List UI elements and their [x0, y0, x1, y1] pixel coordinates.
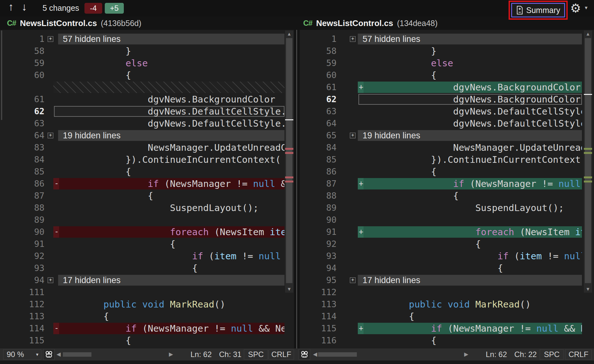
code-line-row[interactable]: 91 {: [0, 238, 284, 250]
line-number: 91: [300, 226, 337, 238]
code-line-row[interactable]: 92 if (item != null &&: [0, 250, 284, 262]
left-pane-rows[interactable]: 1+57 hidden lines58 }59 else60 {61 dgvNe…: [0, 33, 284, 348]
expand-region-icon[interactable]: +: [48, 36, 53, 42]
code-line-row[interactable]: 84 NewsManager.UpdateUnreadCo: [300, 142, 582, 154]
hidden-lines-row[interactable]: 1+57 hidden lines: [300, 33, 582, 45]
code-line-row[interactable]: 62 dgvNews.BackgroundColor =: [300, 93, 582, 105]
code-line-row[interactable]: 93 if (item != null &&: [300, 250, 582, 262]
line-ending-button[interactable]: CRLF: [269, 349, 294, 360]
line-ending-button[interactable]: CRLF: [565, 349, 592, 360]
code-line-row[interactable]: 61 dgvNews.BackgroundColor: [0, 93, 284, 105]
hscroll-left-icon[interactable]: ◀: [57, 351, 61, 358]
code-line-row[interactable]: 111: [0, 286, 284, 298]
hidden-lines-bar[interactable]: 19 hidden lines: [58, 130, 284, 141]
hidden-lines-row[interactable]: 65+19 hidden lines: [300, 129, 582, 142]
hidden-lines-row[interactable]: 1+57 hidden lines: [0, 33, 284, 45]
right-file-name: NewsListControl.cs: [316, 18, 393, 28]
code-line-text: {: [364, 166, 437, 178]
deleted-line-row[interactable]: 90- foreach (NewsItem item in: [0, 226, 284, 238]
code-line-row[interactable]: 112 public void MarkRead(): [0, 298, 284, 310]
previous-change-icon[interactable]: ↑: [8, 1, 14, 13]
deleted-line-row[interactable]: 114- if (NewsManager != null && NewsMan: [0, 322, 284, 334]
robot-icon[interactable]: [299, 349, 310, 360]
right-scrollbar-thumb[interactable]: [585, 38, 591, 283]
code-line-row[interactable]: 58 }: [300, 45, 582, 57]
code-line-row[interactable]: 64 dgvNews.DefaultCellStyle.B: [300, 117, 582, 129]
code-line-row[interactable]: 60 {: [0, 69, 284, 81]
code-line-row[interactable]: 116 {: [300, 334, 582, 347]
line-number: 86: [0, 178, 44, 190]
code-line-row[interactable]: 93 {: [0, 262, 284, 274]
scrollbar-down-icon[interactable]: ▼: [285, 286, 293, 293]
hscroll-right-icon[interactable]: ▶: [464, 351, 468, 358]
code-line-row[interactable]: 112: [300, 286, 582, 298]
expand-region-icon[interactable]: +: [48, 277, 53, 283]
code-line-row[interactable]: 85 {: [0, 166, 284, 178]
hidden-lines-bar[interactable]: 57 hidden lines: [58, 34, 284, 44]
space-mode-button[interactable]: SPC: [244, 349, 268, 360]
code-line-row[interactable]: 59 else: [300, 57, 582, 69]
left-vertical-scrollbar[interactable]: ▲ ▼: [285, 30, 293, 293]
code-line-row[interactable]: 63 dgvNews.DefaultCellStyle.B: [300, 105, 582, 117]
code-line-text: {: [364, 310, 414, 322]
scrollbar-up-icon[interactable]: ▲: [285, 30, 293, 37]
added-line-row[interactable]: 87+ if (NewsManager != null &&: [300, 178, 582, 190]
added-line-row[interactable]: 115+ if (NewsManager != null && NewsMan: [300, 322, 582, 334]
code-line-row[interactable]: 86 {: [300, 166, 582, 178]
hidden-lines-row[interactable]: 95+17 hidden lines: [300, 274, 582, 286]
code-line-row[interactable]: 89: [0, 214, 284, 226]
summary-button[interactable]: Summary: [511, 3, 565, 17]
scrollbar-down-icon[interactable]: ▼: [584, 286, 592, 293]
expand-region-icon[interactable]: +: [350, 277, 356, 283]
code-line-row[interactable]: 59 else: [0, 57, 284, 69]
expand-region-icon[interactable]: +: [48, 133, 53, 138]
hidden-lines-row[interactable]: 94+17 hidden lines: [0, 274, 284, 286]
code-line-row[interactable]: 113 {: [0, 310, 284, 322]
deleted-line-row[interactable]: 86- if (NewsManager != null &&: [0, 178, 284, 190]
code-line-row[interactable]: 62 dgvNews.DefaultCellStyle.B: [0, 105, 284, 117]
added-line-row[interactable]: 61+ dgvNews.BackgroundColor =: [300, 81, 582, 93]
code-line-row[interactable]: 94 {: [300, 262, 582, 274]
right-vertical-scrollbar[interactable]: ▲ ▼: [584, 30, 592, 293]
gear-icon[interactable]: ⚙: [570, 1, 581, 16]
left-hscrollbar-thumb[interactable]: [63, 352, 91, 357]
code-line-row[interactable]: 92 {: [300, 238, 582, 250]
left-scrollbar-thumb[interactable]: [286, 38, 292, 283]
next-change-icon[interactable]: ↓: [22, 1, 27, 13]
zoom-level-dropdown[interactable]: 90 % ▾: [3, 349, 41, 360]
right-hscrollbar-thumb[interactable]: [318, 352, 357, 357]
gear-dropdown-caret-icon[interactable]: ▾: [585, 4, 588, 11]
code-line-row[interactable]: 63 dgvNews.DefaultCellStyle.B: [0, 117, 284, 129]
code-line-row[interactable]: 87 {: [0, 190, 284, 202]
code-line-row[interactable]: 58 }: [0, 45, 284, 57]
expand-region-icon[interactable]: +: [350, 133, 356, 138]
scrollbar-up-icon[interactable]: ▲: [584, 30, 592, 37]
code-line-row[interactable]: 114 {: [300, 310, 582, 322]
code-line-row[interactable]: 85 }).ContinueInCurrentContext(: [300, 154, 582, 166]
code-line-row[interactable]: 88 {: [300, 190, 582, 202]
hidden-lines-bar[interactable]: 17 hidden lines: [358, 275, 582, 286]
code-line-text: SuspendLayout();: [364, 202, 564, 214]
code-line-row[interactable]: 115 {: [0, 334, 284, 347]
additions-badge: +5: [105, 3, 124, 14]
hscroll-left-icon[interactable]: ◀: [313, 351, 317, 358]
code-line-row[interactable]: 60 {: [300, 69, 582, 81]
right-pane-rows[interactable]: 1+57 hidden lines58 }59 else60 {61+ dgvN…: [300, 33, 582, 348]
space-mode-button[interactable]: SPC: [540, 349, 564, 360]
hscroll-right-icon[interactable]: ▶: [169, 351, 173, 358]
code-line-row[interactable]: 83 NewsManager.UpdateUnreadCo: [0, 142, 284, 154]
hidden-lines-bar[interactable]: 17 hidden lines: [58, 275, 284, 286]
line-indicator: Ln: 62: [190, 348, 212, 361]
robot-icon[interactable]: [43, 349, 55, 360]
hidden-lines-row[interactable]: 64+19 hidden lines: [0, 129, 284, 142]
expand-region-icon[interactable]: +: [350, 36, 356, 42]
code-line-row[interactable]: 84 }).ContinueInCurrentContext(: [0, 154, 284, 166]
added-line-row[interactable]: 91+ foreach (NewsItem item in: [300, 226, 582, 238]
line-number: 91: [0, 238, 44, 250]
hidden-lines-bar[interactable]: 19 hidden lines: [358, 130, 582, 141]
code-line-row[interactable]: 90: [300, 214, 582, 226]
code-line-row[interactable]: 89 SuspendLayout();: [300, 202, 582, 214]
code-line-row[interactable]: 113 public void MarkRead(): [300, 298, 582, 310]
hidden-lines-bar[interactable]: 57 hidden lines: [358, 34, 582, 44]
code-line-row[interactable]: 88 SuspendLayout();: [0, 202, 284, 214]
